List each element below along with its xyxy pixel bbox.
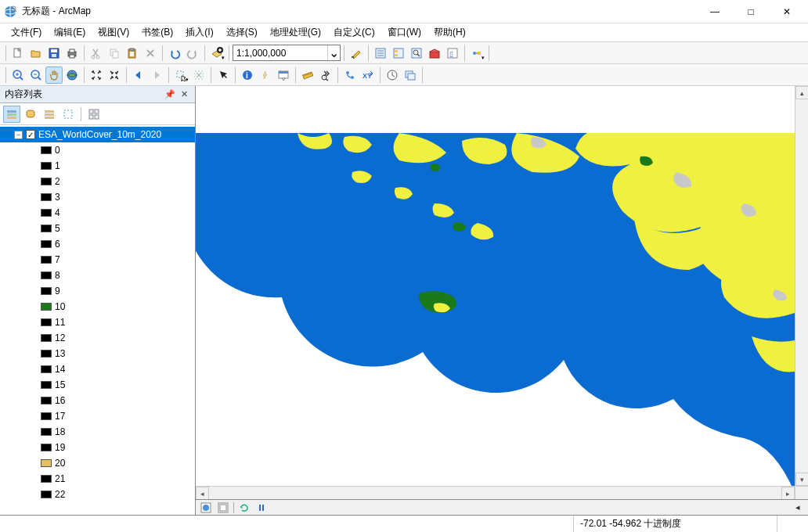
scroll-down-icon[interactable]: ▾ xyxy=(795,473,808,486)
forward-extent-button[interactable] xyxy=(148,66,165,84)
find-route-button[interactable] xyxy=(341,66,359,84)
tab-scroll-left[interactable]: ◂ xyxy=(791,501,805,514)
redo-button[interactable] xyxy=(184,45,201,62)
layer-checkbox[interactable]: ✓ xyxy=(26,130,35,139)
scroll-up-icon[interactable]: ▴ xyxy=(795,86,808,99)
open-button[interactable] xyxy=(27,45,45,62)
list-by-drawing-order-button[interactable] xyxy=(3,106,20,123)
toc-options-button[interactable] xyxy=(85,106,103,123)
scale-selector[interactable]: ⌄ xyxy=(233,45,341,61)
scale-input[interactable] xyxy=(233,48,327,59)
menu-customize[interactable]: 自定义(C) xyxy=(327,23,381,41)
list-by-source-button[interactable] xyxy=(22,106,39,123)
close-button[interactable]: ✕ xyxy=(769,0,805,23)
legend-row[interactable]: 5 xyxy=(0,221,195,236)
toc-tree[interactable]: − ✓ ESA_WorldCover_10m_2020 012345678910… xyxy=(0,125,195,515)
full-extent-button[interactable] xyxy=(63,66,81,84)
toc-pin-button[interactable]: 📌 xyxy=(164,88,176,101)
list-by-selection-button[interactable] xyxy=(60,106,77,123)
editor-toolbar-button[interactable] xyxy=(348,45,365,62)
time-slider-button[interactable] xyxy=(384,66,401,84)
menu-windows[interactable]: 窗口(W) xyxy=(381,23,427,41)
add-data-button[interactable]: ▾ xyxy=(208,45,225,62)
find-button[interactable] xyxy=(317,66,334,84)
print-button[interactable] xyxy=(63,45,81,62)
html-popup-button[interactable] xyxy=(275,66,292,84)
legend-row[interactable]: 3 xyxy=(0,189,195,205)
map-vertical-scrollbar[interactable]: ▴ ▾ xyxy=(795,86,808,486)
legend-row[interactable]: 9 xyxy=(0,283,195,299)
legend-row[interactable]: 17 xyxy=(0,408,195,424)
collapse-icon[interactable]: − xyxy=(14,131,23,139)
select-elements-button[interactable] xyxy=(215,66,232,84)
legend-row[interactable]: 14 xyxy=(0,361,195,377)
layout-view-button[interactable] xyxy=(216,501,230,514)
menu-bookmarks[interactable]: 书签(B) xyxy=(135,23,179,41)
menu-selection[interactable]: 选择(S) xyxy=(220,23,264,41)
save-button[interactable] xyxy=(45,45,63,62)
scale-dropdown-icon[interactable]: ⌄ xyxy=(327,45,340,60)
measure-button[interactable] xyxy=(299,66,316,84)
legend-row[interactable]: 21 xyxy=(0,471,195,487)
legend-row[interactable]: 15 xyxy=(0,377,195,393)
legend-row[interactable]: 22 xyxy=(0,487,195,502)
pan-button[interactable] xyxy=(45,66,63,84)
cut-button[interactable] xyxy=(88,45,105,62)
maximize-button[interactable]: □ xyxy=(733,0,769,23)
identify-button[interactable]: i xyxy=(239,66,256,84)
scroll-left-icon[interactable]: ◂ xyxy=(196,487,209,499)
fixed-zoom-in-button[interactable] xyxy=(88,66,105,84)
data-view-button[interactable] xyxy=(199,501,213,514)
toc-close-button[interactable]: ✕ xyxy=(178,88,190,101)
select-features-button[interactable]: ▾ xyxy=(172,66,189,84)
undo-button[interactable] xyxy=(166,45,183,62)
legend-row[interactable]: 4 xyxy=(0,205,195,221)
layer-row[interactable]: − ✓ ESA_WorldCover_10m_2020 xyxy=(0,127,195,142)
clear-selection-button[interactable] xyxy=(190,66,207,84)
legend-row[interactable]: 1 xyxy=(0,158,195,174)
zoom-out-button[interactable] xyxy=(27,66,45,84)
map-canvas[interactable]: ▴ ▾ ◂ ▸ xyxy=(196,86,808,499)
menu-insert[interactable]: 插入(I) xyxy=(179,23,219,41)
menu-view[interactable]: 视图(V) xyxy=(92,23,135,41)
create-viewer-button[interactable] xyxy=(402,66,419,84)
legend-row[interactable]: 7 xyxy=(0,252,195,268)
menu-help[interactable]: 帮助(H) xyxy=(427,23,472,41)
paste-button[interactable] xyxy=(124,45,141,62)
legend-row[interactable]: 8 xyxy=(0,268,195,283)
legend-row[interactable]: 16 xyxy=(0,393,195,408)
legend-row[interactable]: 2 xyxy=(0,174,195,189)
hyperlink-button[interactable] xyxy=(257,66,274,84)
search-window-button[interactable] xyxy=(408,45,425,62)
menu-file[interactable]: 文件(F) xyxy=(5,23,48,41)
legend-row[interactable]: 10 xyxy=(0,299,195,315)
new-doc-button[interactable] xyxy=(9,45,27,62)
model-builder-button[interactable]: ▾ xyxy=(468,45,485,62)
list-by-visibility-button[interactable] xyxy=(41,106,58,123)
scroll-right-icon[interactable]: ▸ xyxy=(781,487,795,499)
back-extent-button[interactable] xyxy=(130,66,147,84)
legend-row[interactable]: 12 xyxy=(0,330,195,346)
go-to-xy-button[interactable]: XY xyxy=(359,66,377,84)
copy-button[interactable] xyxy=(106,45,123,62)
menu-geoprocessing[interactable]: 地理处理(G) xyxy=(264,23,327,41)
python-window-button[interactable]: ▯ xyxy=(444,45,461,62)
legend-row[interactable]: 19 xyxy=(0,440,195,455)
legend-row[interactable]: 18 xyxy=(0,424,195,440)
catalog-button[interactable] xyxy=(390,45,407,62)
refresh-button[interactable] xyxy=(237,501,251,514)
minimize-button[interactable]: — xyxy=(697,0,733,23)
menu-edit[interactable]: 编辑(E) xyxy=(48,23,92,41)
legend-row[interactable]: 6 xyxy=(0,236,195,252)
pause-drawing-button[interactable] xyxy=(254,501,269,514)
map-horizontal-scrollbar[interactable]: ◂ ▸ xyxy=(196,486,795,499)
fixed-zoom-out-button[interactable] xyxy=(106,66,123,84)
delete-button[interactable] xyxy=(142,45,159,62)
toc-button[interactable] xyxy=(372,45,389,62)
legend-row[interactable]: 0 xyxy=(0,142,195,158)
arctoolbox-button[interactable] xyxy=(426,45,443,62)
legend-row[interactable]: 11 xyxy=(0,315,195,330)
zoom-in-button[interactable] xyxy=(9,66,27,84)
legend-row[interactable]: 13 xyxy=(0,346,195,361)
legend-row[interactable]: 20 xyxy=(0,455,195,471)
